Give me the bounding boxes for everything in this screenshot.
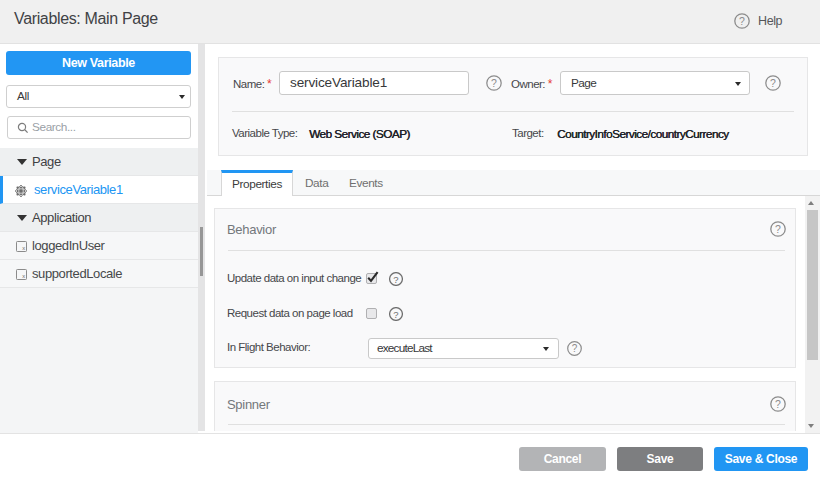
svg-text:?: ? <box>775 398 781 410</box>
svg-text:x: x <box>22 245 25 251</box>
svg-text:?: ? <box>775 223 781 235</box>
svg-text:?: ? <box>770 77 776 89</box>
svg-text:x: x <box>22 273 25 279</box>
svg-text:?: ? <box>491 77 497 89</box>
svg-text:?: ? <box>393 274 398 285</box>
svg-text:?: ? <box>572 343 578 354</box>
svg-text:?: ? <box>739 15 745 27</box>
svg-text:?: ? <box>393 309 398 320</box>
